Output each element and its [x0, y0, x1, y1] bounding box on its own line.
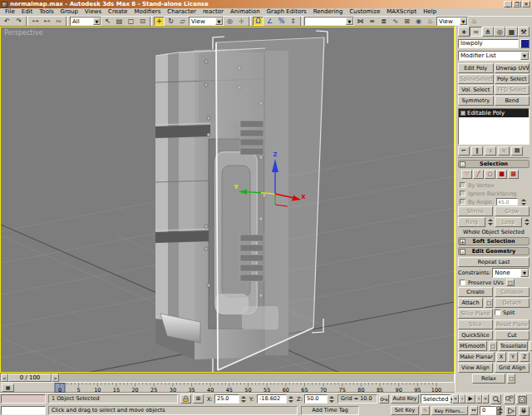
pin-stack-icon[interactable]: ⌐ — [458, 146, 470, 156]
maximize-button[interactable]: ❐ — [513, 1, 521, 7]
poly-select-button[interactable]: Poly Select — [495, 74, 530, 84]
select-and-manipulate-icon[interactable]: ⊹ — [236, 17, 247, 26]
time-slider-prev[interactable]: < — [1, 374, 8, 382]
angle-snap-toggle-icon[interactable]: ∠ — [264, 17, 275, 26]
chevron-down-icon[interactable]: ▼ — [460, 17, 467, 25]
planar-x-button[interactable]: X — [496, 352, 506, 362]
vol-select-button[interactable]: Vol. Select — [458, 85, 494, 95]
loop-button[interactable]: Loop — [495, 217, 522, 227]
tessellate-button[interactable]: Tessellate — [499, 341, 529, 351]
menu-rendering[interactable]: Rendering — [310, 8, 347, 16]
material-editor-icon[interactable]: ◉ — [413, 17, 424, 26]
modifier-stack[interactable]: Editable Poly — [458, 108, 530, 145]
attach-button[interactable]: Attach — [458, 298, 483, 308]
menu-modifiers[interactable]: Modifiers — [131, 8, 164, 16]
grow-button[interactable]: Grow — [495, 206, 530, 216]
chevron-down-icon[interactable]: ▼ — [520, 269, 529, 277]
y-spinner[interactable] — [288, 395, 293, 403]
menu-customize[interactable]: Customize — [346, 8, 383, 16]
z-spinner[interactable] — [328, 395, 334, 403]
planar-z-button[interactable]: Z — [520, 352, 530, 362]
next-frame-button[interactable]: › — [475, 394, 482, 404]
select-and-link-icon[interactable]: ⊶ — [30, 17, 41, 26]
make-unique-icon[interactable]: ∨ — [485, 146, 496, 156]
viewport-canvas[interactable]: Y X Z — [1, 27, 454, 372]
tab-motion[interactable]: ◎ — [494, 27, 505, 37]
menu-create[interactable]: Create — [105, 8, 131, 16]
make-planar-button[interactable]: Make Planar — [458, 352, 495, 362]
quick-render-icon[interactable]: ♨ — [469, 17, 480, 26]
minimize-button[interactable]: _ — [504, 1, 512, 7]
menu-edit[interactable]: Edit — [18, 8, 37, 16]
menu-help[interactable]: Help — [420, 8, 440, 16]
time-slider[interactable]: < 0 / 100 > — [0, 373, 455, 383]
chevron-down-icon[interactable]: ▼ — [215, 17, 223, 25]
frame-spinner[interactable] — [497, 407, 503, 414]
track-bar[interactable]: ▦ 05101520253035404550556065707580859095… — [0, 383, 455, 393]
use-pivot-point-center-icon[interactable]: ◎ — [224, 17, 235, 26]
preserve-uvs-settings-button[interactable]: □ — [506, 279, 515, 286]
quickslice-button[interactable]: QuickSlice — [458, 330, 493, 340]
split-checkbox[interactable] — [495, 310, 500, 315]
schematic-view-icon[interactable]: ⊞ — [401, 17, 412, 26]
edit-poly-button[interactable]: Edit Poly — [458, 63, 494, 73]
set-key-button[interactable]: Set Key — [391, 406, 419, 415]
x-coordinate-field[interactable]: 25.0 — [214, 394, 239, 404]
zoom-icon[interactable] — [490, 394, 501, 404]
bind-to-space-warp-icon[interactable]: ∾ — [53, 17, 64, 26]
percent-snap-toggle-icon[interactable]: % — [276, 17, 287, 26]
undo-icon[interactable]: ↶ — [2, 17, 12, 26]
redo-icon[interactable]: ↷ — [13, 17, 24, 26]
current-frame-field[interactable]: 0 — [480, 406, 496, 415]
tab-hierarchy[interactable]: ⋔ — [482, 27, 494, 37]
layer-manager-icon[interactable]: ≣ — [378, 17, 389, 26]
rollout-soft-selection[interactable]: + Soft Selection — [458, 237, 530, 245]
align-icon[interactable]: ≡ — [367, 17, 377, 26]
field-of-view-icon[interactable] — [505, 406, 516, 416]
go-to-end-button[interactable]: » — [482, 394, 489, 404]
key-mode-toggle-icon[interactable]: ↔ — [470, 406, 478, 415]
maxscript-mini-listener-pink[interactable] — [1, 394, 46, 404]
attach-settings-button[interactable]: □ — [485, 298, 493, 308]
object-color-swatch[interactable] — [520, 39, 530, 48]
tab-create[interactable]: ∗ — [458, 27, 470, 37]
tab-display[interactable]: ▦ — [505, 27, 517, 37]
create-button[interactable]: Create — [458, 287, 493, 297]
subobject-edge-icon[interactable]: ╱ — [473, 170, 484, 179]
collapse-icon[interactable]: - — [460, 161, 466, 167]
perspective-viewport[interactable]: Perspective — [0, 27, 455, 373]
menu-reactor[interactable]: reactor — [200, 8, 227, 16]
detach-button[interactable]: Detach — [495, 298, 530, 308]
msmooth-settings-button[interactable]: □ — [489, 341, 497, 351]
named-selection-sets-dropdown[interactable]: ▼ — [304, 17, 354, 26]
title-bar[interactable]: normalmap.max - Autodesk 3ds Max 8 - Sta… — [0, 0, 532, 8]
absolute-offset-toggle-icon[interactable]: ⊞ — [193, 394, 204, 404]
rectangular-selection-region-icon[interactable]: ▢ — [126, 17, 136, 26]
chevron-down-icon[interactable]: ▼ — [93, 17, 101, 25]
menu-group[interactable]: Group — [57, 8, 81, 16]
play-button[interactable]: ▶ — [466, 394, 475, 404]
auto-key-button[interactable]: Auto Key — [391, 394, 419, 404]
y-coordinate-field[interactable]: -18.602 — [257, 394, 287, 404]
remove-modifier-icon[interactable]: × — [498, 146, 510, 156]
chevron-down-icon[interactable]: ▼ — [520, 52, 529, 60]
reset-plane-button[interactable]: Reset Plane — [495, 319, 530, 329]
chevron-down-icon[interactable]: ▼ — [346, 17, 353, 25]
lowpoly-plane[interactable] — [216, 37, 324, 370]
reference-coordinate-system-dropdown[interactable]: View▼ — [189, 17, 224, 26]
select-and-rotate-icon[interactable]: ↻ — [165, 17, 176, 26]
zoom-all-icon[interactable] — [504, 394, 515, 404]
menu-views[interactable]: Views — [81, 8, 105, 16]
collapse-button[interactable]: Collapse — [495, 287, 530, 297]
previous-frame-button[interactable]: ‹ — [459, 394, 466, 404]
rollout-selection[interactable]: - Selection — [458, 160, 530, 168]
cut-button[interactable]: Cut — [495, 330, 530, 340]
collapse-icon[interactable]: - — [460, 249, 466, 255]
slice-plane-button[interactable]: Slice Plane — [458, 309, 493, 319]
object-name-field[interactable]: lowpoly — [458, 39, 519, 48]
unlink-selection-icon[interactable]: ⊷ — [42, 17, 52, 26]
snap-toggle-3d-icon[interactable]: Ω — [253, 17, 264, 26]
new-key-curve-icon[interactable]: ∿ — [421, 406, 430, 415]
stack-item-editable-poly[interactable]: Editable Poly — [459, 109, 529, 117]
modifier-list-dropdown[interactable]: Modifier List ▼ — [458, 51, 530, 61]
